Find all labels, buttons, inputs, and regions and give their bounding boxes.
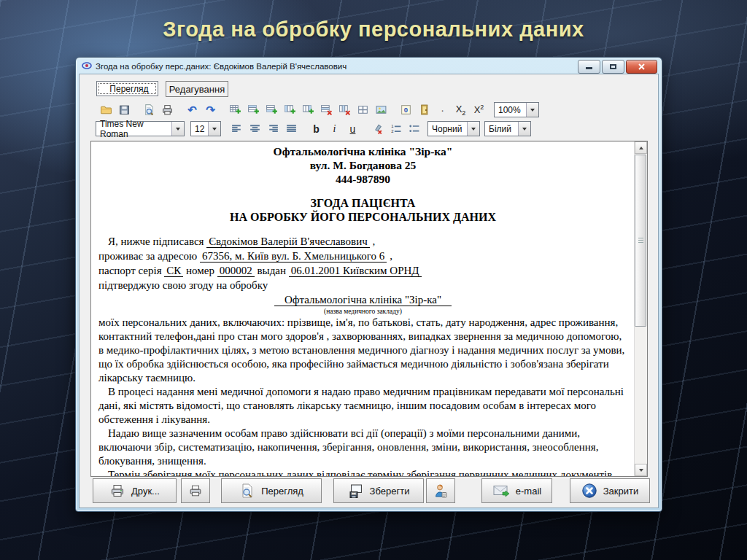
- titlebar[interactable]: Згода на обробку перс.даних: Євдокімов В…: [79, 58, 659, 74]
- scrollbar-thumb[interactable]: [635, 155, 646, 327]
- insert-row-above-icon[interactable]: [244, 101, 263, 118]
- scroll-up-icon: [639, 147, 643, 149]
- consent-paragraph-2: В процесі надання мені медичної допомоги…: [98, 385, 627, 427]
- consent-paragraph-4: Термін зберігання моїх персональних дани…: [98, 468, 627, 476]
- zoom-select[interactable]: 100%: [494, 102, 539, 117]
- document-viewer[interactable]: Офтальмологічна клініка "Зір-ка" вул. М.…: [90, 141, 648, 477]
- subscript-icon[interactable]: X2: [452, 101, 470, 118]
- delete-column-icon[interactable]: [336, 101, 354, 118]
- app-window: Згода на обробку перс.даних: Євдокімов В…: [75, 57, 662, 512]
- zoom-select-arrow[interactable]: [526, 103, 538, 117]
- clear-formatting-icon[interactable]: [368, 120, 387, 137]
- underline-icon[interactable]: u: [344, 120, 362, 137]
- svg-text:0: 0: [404, 106, 408, 114]
- main-toolbar: ↶ ↷: [97, 101, 539, 119]
- insert-column-left-icon[interactable]: [281, 101, 299, 118]
- button-bar: Друк... Перегляд I Зберегти e-mail: [80, 478, 658, 507]
- highlight-color-arrow[interactable]: [518, 122, 530, 136]
- eye-icon: [82, 60, 92, 73]
- print-button[interactable]: Друк...: [93, 478, 177, 503]
- preview-button[interactable]: Перегляд: [221, 478, 322, 503]
- tab-view[interactable]: Перегляд: [96, 81, 158, 96]
- align-justify-icon[interactable]: [282, 120, 301, 137]
- numbered-list-icon[interactable]: 12: [387, 120, 405, 137]
- font-family-arrow[interactable]: [171, 122, 184, 136]
- scroll-up-button[interactable]: [635, 141, 647, 154]
- scrollbar-grip: [638, 238, 643, 244]
- align-right-icon[interactable]: [264, 120, 282, 137]
- font-size-select[interactable]: 12: [190, 121, 221, 136]
- minimize-icon: [586, 67, 592, 69]
- highlight-color-select[interactable]: Білий: [484, 121, 531, 136]
- undo-icon[interactable]: ↶: [183, 101, 201, 118]
- document-content: Офтальмологічна клініка "Зір-ка" вул. М.…: [91, 141, 635, 476]
- save-icon[interactable]: [115, 101, 133, 118]
- tab-edit[interactable]: Редагування: [166, 81, 228, 97]
- text-color-select[interactable]: Чорний: [427, 121, 480, 136]
- svg-text:2: 2: [391, 129, 393, 133]
- exit-door-icon[interactable]: [415, 101, 433, 118]
- vertical-scrollbar[interactable]: [634, 141, 647, 476]
- close-icon: [638, 63, 645, 70]
- insert-image-icon[interactable]: [372, 101, 390, 118]
- quick-print-button[interactable]: [181, 478, 210, 503]
- align-center-icon[interactable]: [246, 120, 264, 137]
- insert-column-right-icon[interactable]: [299, 101, 317, 118]
- bold-icon[interactable]: b: [307, 120, 325, 137]
- clinic-name: Офтальмологічна клініка "Зір-ка": [98, 144, 627, 158]
- format-toolbar: Times New Roman 12 b i u: [96, 120, 531, 138]
- toolbar-separator-dot: ·: [433, 101, 452, 118]
- organization-value: Офтальмологічна клініка "Зір-ка": [274, 294, 452, 306]
- save-button[interactable]: I Зберегти: [333, 478, 424, 503]
- patient-name-value: Євдокімов Валерій В'ячеславович: [206, 236, 370, 248]
- clinic-phone: 444-987890: [98, 172, 627, 186]
- minimize-button[interactable]: [578, 60, 600, 74]
- envelope-icon: [492, 483, 510, 498]
- monitor-floppy-icon: I: [348, 483, 364, 499]
- italic-icon[interactable]: i: [325, 120, 344, 137]
- insert-table-icon[interactable]: [226, 101, 244, 118]
- close-form-button[interactable]: Закрити: [570, 478, 650, 503]
- patient-card-button[interactable]: [426, 478, 455, 503]
- bullet-list-icon[interactable]: [405, 120, 423, 137]
- font-family-select[interactable]: Times New Roman: [96, 121, 185, 136]
- passport-number-value: 000002: [217, 265, 255, 277]
- redo-icon[interactable]: ↷: [201, 101, 220, 118]
- svg-text:1: 1: [391, 124, 393, 128]
- print-icon[interactable]: [158, 101, 177, 118]
- delete-row-icon[interactable]: [317, 101, 336, 118]
- document-title-line1: ЗГОДА ПАЦІЄНТА: [98, 196, 627, 210]
- close-button[interactable]: [626, 60, 657, 74]
- number-zero-icon[interactable]: 0: [397, 101, 415, 118]
- consent-fields: Я, нижче підписався Євдокімов Валерій В'…: [98, 234, 627, 292]
- patient-address-value: 67356, м. Київ вул. Б. Хмельницького 6: [200, 250, 387, 262]
- document-magnifier-icon: [239, 483, 255, 499]
- printer-icon: [109, 483, 125, 499]
- scroll-down-button[interactable]: [635, 464, 647, 476]
- insert-row-below-icon[interactable]: [263, 101, 281, 118]
- organization-caption: (назва медичного закладу): [98, 307, 627, 316]
- open-icon[interactable]: [97, 101, 115, 118]
- person-icon: [433, 483, 449, 499]
- superscript-icon[interactable]: X2: [470, 101, 488, 118]
- passport-issued-value: 06.01.2001 Київским ОРНД: [289, 265, 422, 277]
- window-client-area: Перегляд Редагування ↶ ↷: [79, 74, 659, 508]
- document-title-line2: НА ОБРОБКУ ЙОГО ПЕРСОНАЛЬНИХ ДАНИХ: [98, 210, 627, 224]
- tab-bar: Перегляд Редагування: [96, 81, 228, 97]
- email-button[interactable]: e-mail: [481, 478, 552, 503]
- blue-x-icon: [581, 483, 597, 499]
- consent-paragraph-1: моїх персональних даних, включаючих: прі…: [98, 316, 627, 385]
- print-preview-icon[interactable]: [140, 101, 158, 118]
- clinic-address: вул. М. Богданова 25: [98, 158, 627, 172]
- scroll-down-icon: [639, 469, 643, 472]
- passport-series-value: СК: [164, 265, 183, 277]
- font-size-arrow[interactable]: [208, 122, 220, 136]
- svg-text:I: I: [353, 492, 354, 495]
- cells-grid-icon[interactable]: [354, 101, 372, 118]
- align-left-icon[interactable]: [228, 120, 246, 137]
- printer-icon: [188, 483, 203, 498]
- confirm-line: підтверджую свою згоду на обробку: [98, 278, 627, 292]
- maximize-button[interactable]: [602, 60, 624, 74]
- window-title: Згода на обробку перс.даних: Євдокімов В…: [96, 62, 347, 71]
- text-color-arrow[interactable]: [467, 122, 479, 136]
